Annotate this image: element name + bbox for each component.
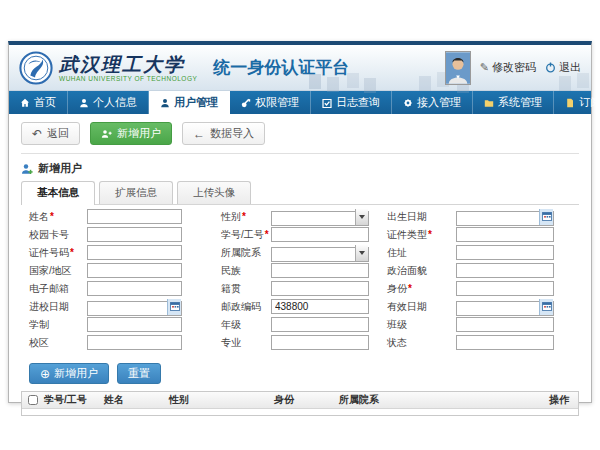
divider <box>21 153 579 154</box>
new-user-form: 姓名* 校园卡号 证件号码* 国家/地区 电子邮箱 进校日期 学制 校区 性别*… <box>21 209 579 355</box>
section-title: 新增用户 <box>21 161 579 176</box>
tab-bar: 基本信息 扩展信息 上传头像 <box>21 181 579 205</box>
required-mark: * <box>428 229 432 240</box>
country-region-input[interactable] <box>87 263 182 278</box>
column-header-student-id: 学号/工号 <box>42 393 102 407</box>
back-arrow-icon: ↶ <box>32 128 42 140</box>
column-header-department: 所属院系 <box>337 393 547 407</box>
add-user-icon <box>101 129 112 139</box>
nav-item-access-management[interactable]: 接入管理 <box>392 91 473 114</box>
logout-label: 退出 <box>559 60 581 75</box>
student-id-input[interactable] <box>271 227 369 242</box>
id-number-input[interactable] <box>87 245 182 260</box>
nav-item-subscription-management[interactable]: 订阅管理 <box>554 91 600 114</box>
new-user-icon <box>21 163 33 175</box>
import-arrow-icon: ← <box>193 128 205 140</box>
data-import-button[interactable]: ← 数据导入 <box>182 122 265 145</box>
field-label: 校区 <box>29 337 49 348</box>
identity-input[interactable] <box>456 281 554 296</box>
field-label: 学号/工号 <box>221 229 264 240</box>
nav-item-user-management[interactable]: 用户管理 <box>149 91 230 114</box>
reset-button[interactable]: 重置 <box>117 363 161 384</box>
brand: 武汉理工大学 WUHAN UNIVERSITY OF TECHNOLOGY 统一… <box>19 51 349 85</box>
person-icon <box>160 98 170 108</box>
id-type-input[interactable] <box>456 227 554 242</box>
required-mark: * <box>70 247 74 258</box>
required-mark: * <box>408 283 412 294</box>
field-label: 籍贯 <box>221 283 241 294</box>
home-icon <box>20 98 30 108</box>
class-input[interactable] <box>456 317 554 332</box>
folder-icon <box>484 98 494 108</box>
name-input[interactable] <box>87 209 182 224</box>
nav-item-system-management[interactable]: 系统管理 <box>473 91 554 114</box>
postal-code-input[interactable] <box>271 299 369 314</box>
nav-item-log-query[interactable]: 日志查询 <box>311 91 392 114</box>
campus-input[interactable] <box>87 335 182 350</box>
university-logo-icon <box>19 51 53 85</box>
nav-item-home[interactable]: 首页 <box>9 91 68 114</box>
grade-input[interactable] <box>271 317 369 332</box>
user-box: ✎ 修改密码 退出 <box>445 51 581 85</box>
table-empty-row <box>22 409 578 415</box>
table-header-row: 学号/工号 姓名 性别 身份 所属院系 操作 <box>22 392 578 409</box>
required-mark: * <box>265 229 269 240</box>
key-icon <box>241 98 251 108</box>
main-nav: 首页 个人信息 用户管理 权限管理 日志查询 接入管理 系统管理 订阅管理 <box>9 91 591 114</box>
field-label: 证件类型 <box>387 229 427 240</box>
required-mark: * <box>50 211 54 222</box>
column-header-operation: 操作 <box>547 393 578 407</box>
field-label: 进校日期 <box>29 301 69 312</box>
tab-extended-info[interactable]: 扩展信息 <box>99 181 173 204</box>
field-label: 专业 <box>221 337 241 348</box>
calendar-icon[interactable] <box>539 299 553 315</box>
major-input[interactable] <box>271 335 369 350</box>
back-button[interactable]: ↶ 返回 <box>21 122 80 145</box>
field-label: 电子邮箱 <box>29 283 69 294</box>
toolbar: ↶ 返回 新增用户 ← 数据导入 <box>21 122 579 145</box>
chevron-down-icon[interactable] <box>355 245 368 261</box>
status-input[interactable] <box>456 335 554 350</box>
select-all-checkbox[interactable] <box>28 395 38 405</box>
form-actions: ⊕ 新增用户 重置 <box>21 363 579 384</box>
university-name: 武汉理工大学 <box>59 54 197 74</box>
field-label: 住址 <box>387 247 407 258</box>
column-header-gender: 性别 <box>167 393 272 407</box>
field-label: 班级 <box>387 319 407 330</box>
calendar-icon[interactable] <box>167 299 181 315</box>
field-label: 有效日期 <box>387 301 427 312</box>
tab-basic-info[interactable]: 基本信息 <box>21 181 95 205</box>
address-input[interactable] <box>456 245 554 260</box>
document-icon <box>565 98 575 108</box>
ethnicity-input[interactable] <box>271 263 369 278</box>
submit-add-user-button[interactable]: ⊕ 新增用户 <box>29 363 109 384</box>
native-place-input[interactable] <box>271 281 369 296</box>
field-label: 邮政编码 <box>221 301 261 312</box>
power-icon <box>545 62 556 73</box>
change-password-label: 修改密码 <box>492 60 536 75</box>
calendar-icon[interactable] <box>539 209 553 225</box>
avatar <box>445 51 471 85</box>
add-user-button[interactable]: 新增用户 <box>90 122 172 145</box>
tab-upload-avatar[interactable]: 上传头像 <box>177 181 251 204</box>
field-label: 状态 <box>387 337 407 348</box>
logout-link[interactable]: 退出 <box>545 60 581 75</box>
plus-circle-icon: ⊕ <box>40 368 50 380</box>
field-label: 政治面貌 <box>387 265 427 276</box>
app-header: 武汉理工大学 WUHAN UNIVERSITY OF TECHNOLOGY 统一… <box>9 45 591 91</box>
political-status-input[interactable] <box>456 263 554 278</box>
person-icon <box>79 98 89 108</box>
form-column-2: 性别* 学号/工号* 所属院系 民族 籍贯 邮政编码 年级 专业 <box>221 209 369 353</box>
nav-item-permission-management[interactable]: 权限管理 <box>230 91 311 114</box>
chevron-down-icon[interactable] <box>355 209 368 225</box>
nav-item-personal-info[interactable]: 个人信息 <box>68 91 149 114</box>
log-check-icon <box>322 98 332 108</box>
field-label: 所属院系 <box>221 247 261 258</box>
education-length-input[interactable] <box>87 317 182 332</box>
change-password-link[interactable]: ✎ 修改密码 <box>480 60 536 75</box>
results-table: 学号/工号 姓名 性别 身份 所属院系 操作 <box>21 391 579 416</box>
campus-card-input[interactable] <box>87 227 182 242</box>
field-label: 校园卡号 <box>29 229 69 240</box>
field-label: 出生日期 <box>387 211 427 222</box>
email-input[interactable] <box>87 281 182 296</box>
